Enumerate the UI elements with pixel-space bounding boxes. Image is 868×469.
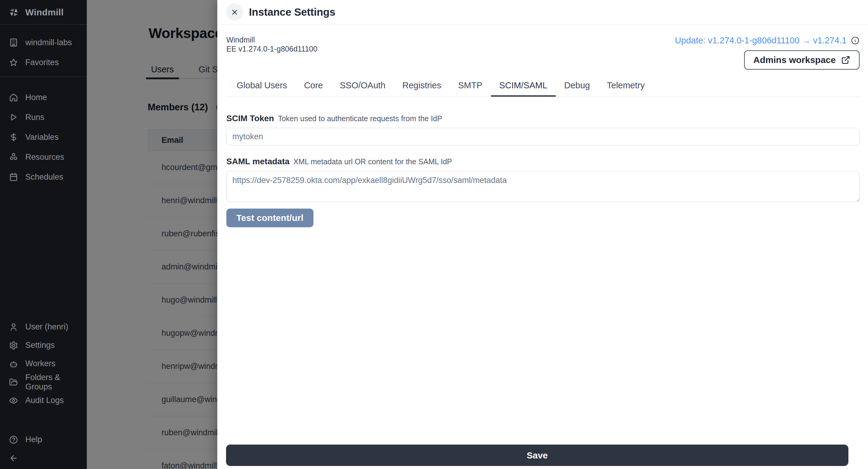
saml-metadata-textarea[interactable]: https://dev-2578259.okta.com/app/exkaell… (226, 171, 860, 202)
scim-token-label: SCIM Token (226, 114, 274, 123)
sidebar-item-label: Runs (25, 113, 44, 122)
update-row: Update: v1.274.0-1-g806d11100 → v1.274.1 (675, 35, 860, 45)
tab-debug[interactable]: Debug (556, 81, 598, 96)
sidebar-item-schedules[interactable]: Schedules (0, 167, 87, 187)
save-button[interactable]: Save (226, 445, 848, 466)
sidebar-item-label: Settings (25, 341, 55, 350)
sidebar-item-label: windmill-labs (25, 38, 72, 47)
tab-telemetry[interactable]: Telemetry (598, 81, 653, 96)
gear-icon (9, 341, 18, 350)
scim-token-description: Token used to authenticate requests from… (278, 114, 442, 123)
saml-metadata-section: SAML metadata XML metadata url OR conten… (226, 157, 860, 227)
user-icon (9, 322, 18, 332)
app-logo-label: Windmill (25, 7, 64, 18)
sidebar-item-workers[interactable]: Workers (0, 354, 87, 373)
sidebar-item-runs[interactable]: Runs (0, 107, 87, 127)
instance-meta-row: Windmill EE v1.274.0-1-g806d11100 Update… (226, 35, 860, 70)
saml-metadata-label-row: SAML metadata XML metadata url OR conten… (226, 157, 860, 166)
windmill-logo-icon (8, 7, 19, 18)
boxes-icon (9, 153, 18, 162)
help-circle-icon (9, 435, 18, 444)
sidebar-item-label: User (henri) (25, 322, 68, 332)
home-icon (9, 93, 18, 102)
sidebar-item-audit-logs[interactable]: Audit Logs (0, 391, 87, 410)
dollar-icon (9, 133, 18, 142)
folder-open-icon (9, 378, 18, 387)
saml-metadata-description: XML metadata url OR content for the SAML… (293, 157, 452, 166)
sidebar-item-label: Audit Logs (25, 396, 64, 405)
drawer-content: Windmill EE v1.274.0-1-g806d11100 Update… (217, 24, 868, 469)
calendar-icon (9, 173, 18, 182)
sidebar-item-settings[interactable]: Settings (0, 336, 87, 354)
drawer-header: Instance Settings (217, 0, 868, 24)
external-link-icon (841, 56, 850, 64)
sidebar-logo-row[interactable]: Windmill (0, 0, 87, 25)
sidebar-collapse-group (0, 448, 87, 468)
robot-icon (9, 359, 18, 368)
sidebar-item-label: Help (25, 435, 42, 444)
info-icon[interactable] (851, 36, 860, 45)
instance-app-name: Windmill (226, 35, 317, 44)
admins-workspace-label: Admins workspace (753, 55, 836, 65)
sidebar-item-label: Favorites (25, 58, 59, 67)
tab-registries[interactable]: Registries (394, 81, 450, 96)
sidebar-help-group: Help (0, 430, 87, 449)
sidebar-collapse-button[interactable] (0, 448, 87, 468)
building-icon (9, 38, 18, 47)
eye-icon (9, 396, 18, 405)
scim-token-section: SCIM Token Token used to authenticate re… (226, 114, 860, 145)
drawer-title: Instance Settings (249, 6, 335, 18)
scim-token-label-row: SCIM Token Token used to authenticate re… (226, 114, 860, 123)
sidebar-item-user[interactable]: User (henri) (0, 318, 87, 336)
sidebar-item-label: Resources (25, 153, 64, 162)
app-window: Windmill windmill-labs Favorites (0, 0, 868, 469)
meta-right-block: Update: v1.274.0-1-g806d11100 → v1.274.1… (675, 35, 860, 70)
update-version-link[interactable]: Update: v1.274.0-1-g806d11100 → v1.274.1 (675, 36, 846, 45)
tab-global-users[interactable]: Global Users (228, 81, 296, 96)
test-content-url-button[interactable]: Test content/url (226, 209, 313, 227)
tab-smtp[interactable]: SMTP (450, 81, 491, 96)
sidebar-item-resources[interactable]: Resources (0, 147, 87, 167)
close-drawer-button[interactable] (226, 4, 243, 21)
sidebar-item-variables[interactable]: Variables (0, 127, 87, 147)
admins-workspace-button[interactable]: Admins workspace (744, 50, 860, 70)
tab-sso-oauth[interactable]: SSO/OAuth (331, 81, 394, 96)
sidebar-item-home[interactable]: Home (0, 87, 87, 107)
sidebar-workspace-group: windmill-labs Favorites (0, 25, 87, 77)
tab-core[interactable]: Core (296, 81, 332, 96)
close-icon (230, 8, 239, 16)
play-icon (9, 113, 18, 122)
sidebar-nav-group: Home Runs Variables (0, 77, 87, 187)
sidebar-item-label: Home (25, 93, 47, 102)
settings-tabs: Global Users Core SSO/OAuth Registries S… (226, 81, 860, 96)
sidebar-item-label: Schedules (25, 173, 63, 182)
sidebar-item-label: Workers (25, 359, 56, 368)
instance-version: EE v1.274.0-1-g806d11100 (226, 44, 317, 53)
sidebar-item-help[interactable]: Help (0, 430, 87, 449)
instance-settings-drawer: Instance Settings Windmill EE v1.274.0-1… (217, 0, 868, 469)
settings-tabs-bar: Global Users Core SSO/OAuth Registries S… (226, 81, 860, 97)
sidebar-bottom-group: User (henri) Settings Workers (0, 318, 87, 410)
scim-token-input[interactable] (226, 128, 860, 145)
saml-metadata-label: SAML metadata (226, 157, 290, 166)
sidebar-item-favorites[interactable]: Favorites (0, 53, 87, 72)
arrow-left-icon (9, 454, 18, 463)
instance-version-block: Windmill EE v1.274.0-1-g806d11100 (226, 35, 317, 53)
tab-scim-saml[interactable]: SCIM/SAML (491, 81, 556, 96)
star-icon (9, 58, 18, 67)
sidebar-item-label: Folders & Groups (25, 373, 87, 392)
sidebar-item-label: Variables (25, 133, 59, 142)
sidebar-item-workspace[interactable]: windmill-labs (0, 33, 87, 53)
sidebar-item-folders-groups[interactable]: Folders & Groups (0, 373, 87, 391)
sidebar: Windmill windmill-labs Favorites (0, 0, 87, 469)
